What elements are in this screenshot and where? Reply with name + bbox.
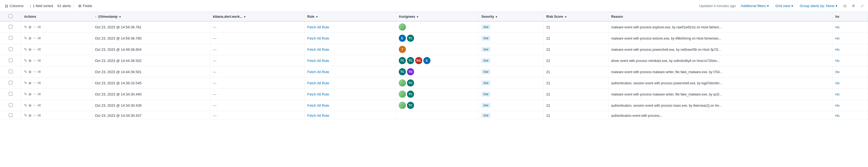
- row-checkbox[interactable]: [9, 36, 12, 40]
- row-checkbox[interactable]: [9, 70, 12, 73]
- th-assignees[interactable]: Assignees ▾: [396, 12, 478, 21]
- hc-link[interactable]: Ho: [835, 48, 839, 52]
- columns-icon: ⊟: [5, 4, 8, 8]
- edit-icon[interactable]: ✎: [24, 92, 27, 96]
- edit-icon[interactable]: ✎: [24, 103, 27, 107]
- expand-icon-button[interactable]: ⤢: [860, 3, 865, 9]
- edit-icon[interactable]: ✎: [24, 113, 27, 118]
- hc-link[interactable]: Ho: [835, 25, 839, 29]
- th-timestamp[interactable]: ↑ @timestamp ▾: [92, 12, 210, 21]
- kibana-dash: —: [213, 70, 216, 74]
- row-reason: authentication event with process...: [608, 111, 832, 120]
- th-rule[interactable]: Rule ▾: [304, 12, 396, 21]
- more-icon[interactable]: ⋯: [33, 113, 37, 118]
- panel-icon-button[interactable]: ⊟: [842, 3, 847, 9]
- hc-link[interactable]: Ho: [835, 114, 839, 118]
- th-severity[interactable]: Severity ▾: [478, 12, 544, 21]
- hc-link[interactable]: Ho: [835, 59, 839, 63]
- row-checkbox[interactable]: [9, 92, 12, 96]
- rule-link[interactable]: Fetch All Rule: [307, 81, 329, 85]
- more-icon[interactable]: ⋯: [33, 103, 37, 107]
- alert-icon[interactable]: ✉: [38, 81, 41, 85]
- row-hc: Ho: [833, 55, 868, 66]
- more-icon[interactable]: ⋯: [33, 36, 37, 40]
- rule-link[interactable]: Fetch All Rule: [307, 103, 329, 107]
- alert-icon[interactable]: ✉: [38, 47, 41, 52]
- hc-link[interactable]: Ho: [835, 93, 839, 96]
- alert-icon[interactable]: ✉: [38, 58, 41, 63]
- fields-button[interactable]: ⊞ Fields: [77, 3, 94, 9]
- row-severity: low: [478, 77, 544, 89]
- row-checkbox[interactable]: [9, 113, 12, 117]
- rule-link[interactable]: Fetch All Rule: [307, 36, 329, 40]
- graph-icon[interactable]: ⊕: [28, 47, 32, 52]
- edit-icon[interactable]: ✎: [24, 81, 27, 85]
- th-reason[interactable]: Reason: [608, 12, 832, 21]
- row-kibana: —: [210, 33, 304, 44]
- reason-text: authentication event with process...: [611, 114, 662, 118]
- row-timestamp: Oct 23, 2023 @ 14:59:36.780: [92, 33, 210, 44]
- row-checkbox[interactable]: [9, 81, 12, 85]
- row-rule: Fetch All Rule: [304, 111, 396, 120]
- alert-icon[interactable]: ✉: [38, 113, 41, 118]
- group-alerts-button[interactable]: Group alerts by: None ▾: [798, 3, 839, 9]
- rule-link[interactable]: Fetch All Rule: [307, 59, 329, 63]
- alert-icon[interactable]: ✉: [38, 103, 41, 107]
- edit-icon[interactable]: ✎: [24, 70, 27, 74]
- th-hc[interactable]: ho: [833, 12, 868, 21]
- graph-icon[interactable]: ⊕: [28, 58, 32, 63]
- hc-link[interactable]: Ho: [835, 81, 839, 85]
- th-kibana[interactable]: kibana.alert.work... ▾: [210, 12, 304, 21]
- rule-link[interactable]: Fetch All Rule: [307, 92, 329, 96]
- graph-icon[interactable]: ⊕: [28, 70, 32, 74]
- row-checkbox[interactable]: [9, 103, 12, 107]
- more-icon[interactable]: ⋯: [33, 92, 37, 96]
- row-kibana: —: [210, 55, 304, 66]
- row-checkbox[interactable]: [9, 47, 12, 51]
- hc-link[interactable]: Ho: [835, 37, 839, 40]
- toolbar-left: ⊟ Columns ↕ 1 field sorted 61 alerts ⊞ F…: [3, 3, 696, 9]
- alert-icon[interactable]: ✉: [38, 25, 41, 29]
- row-checkbox[interactable]: [9, 58, 12, 62]
- edit-icon[interactable]: ✎: [24, 25, 27, 29]
- grid-view-button[interactable]: Grid view ▾: [774, 3, 795, 9]
- settings-icon-button[interactable]: ⚙: [851, 3, 856, 9]
- graph-icon[interactable]: ⊕: [28, 103, 32, 107]
- columns-button[interactable]: ⊟ Columns: [3, 3, 25, 9]
- rule-link[interactable]: Fetch All Rule: [307, 25, 329, 29]
- more-icon[interactable]: ⋯: [33, 58, 37, 63]
- graph-icon[interactable]: ⊕: [28, 81, 32, 85]
- more-icon[interactable]: ⋯: [33, 25, 37, 29]
- avatar: TD: [407, 68, 414, 75]
- edit-icon[interactable]: ✎: [24, 58, 27, 63]
- hc-link[interactable]: Ho: [835, 104, 839, 107]
- alert-icon[interactable]: ✉: [38, 92, 41, 96]
- row-riskscore: 21: [544, 89, 609, 100]
- graph-icon[interactable]: ⊕: [28, 92, 32, 96]
- row-checkbox[interactable]: [9, 25, 12, 29]
- more-icon[interactable]: ⋯: [33, 47, 37, 52]
- additional-filters-button[interactable]: Additional filters ▾: [739, 3, 771, 9]
- rule-link[interactable]: Fetch All Rule: [307, 113, 329, 118]
- graph-icon[interactable]: ⊕: [28, 36, 32, 40]
- th-riskscore[interactable]: Risk Score ▾: [544, 12, 609, 21]
- alert-icon[interactable]: ✉: [38, 36, 41, 40]
- edit-icon[interactable]: ✎: [24, 36, 27, 40]
- graph-icon[interactable]: ⊕: [28, 25, 32, 29]
- select-all-checkbox[interactable]: [9, 14, 12, 18]
- reason-text: malware event with process explorer.exe,…: [611, 25, 722, 29]
- hc-link[interactable]: Ho: [835, 70, 839, 74]
- more-icon[interactable]: ⋯: [33, 70, 37, 74]
- sort-button[interactable]: ↕ 1 field sorted: [28, 3, 55, 9]
- reason-text: malware event with process iexlorer.exe,…: [611, 37, 721, 40]
- rule-link[interactable]: Fetch All Rule: [307, 47, 329, 52]
- row-severity: low: [478, 100, 544, 111]
- th-actions[interactable]: Actions: [21, 12, 92, 21]
- th-checkbox[interactable]: [0, 12, 21, 21]
- more-icon[interactable]: ⋯: [33, 81, 37, 85]
- row-actions-cell: ✎ ⊕ ⋯ ✉: [21, 44, 92, 55]
- edit-icon[interactable]: ✎: [24, 47, 27, 52]
- rule-link[interactable]: Fetch All Rule: [307, 70, 329, 74]
- alert-icon[interactable]: ✉: [38, 70, 41, 74]
- graph-icon[interactable]: ⊕: [28, 113, 32, 118]
